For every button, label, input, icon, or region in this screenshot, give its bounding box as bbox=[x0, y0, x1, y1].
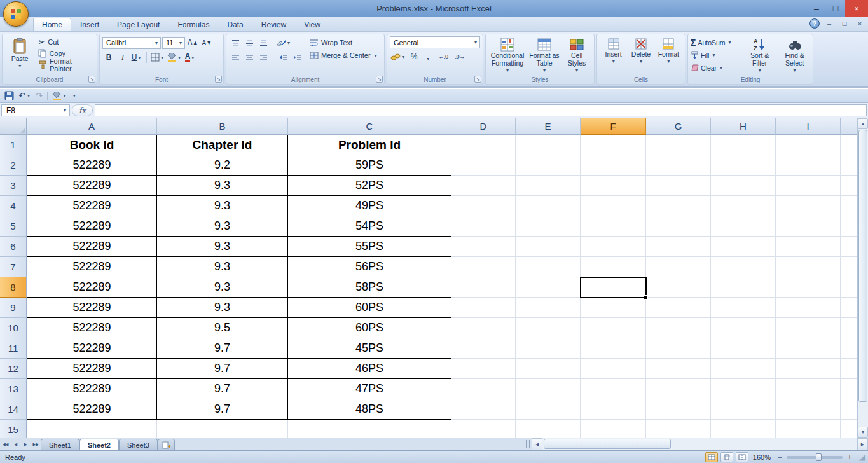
cell-B10[interactable]: 9.5 bbox=[157, 318, 288, 338]
cell-A5[interactable]: 522289 bbox=[27, 216, 157, 237]
cell-B8[interactable]: 9.3 bbox=[157, 277, 288, 298]
cell-H15[interactable] bbox=[711, 420, 776, 438]
cell-X6[interactable] bbox=[841, 237, 857, 257]
tab-data[interactable]: Data bbox=[218, 18, 252, 31]
cell-D1[interactable] bbox=[451, 135, 516, 155]
font-dialog-launcher[interactable]: ↘ bbox=[215, 76, 222, 83]
cell-E6[interactable] bbox=[516, 237, 581, 257]
cell-F13[interactable] bbox=[581, 379, 646, 399]
cell-C10[interactable]: 60PS bbox=[288, 318, 451, 338]
fill-button[interactable]: Fill ▾ bbox=[691, 49, 740, 61]
save-button[interactable] bbox=[4, 90, 14, 102]
office-button[interactable] bbox=[3, 1, 29, 27]
row-header-7[interactable]: 7 bbox=[0, 257, 27, 277]
insert-worksheet-button[interactable] bbox=[158, 439, 175, 450]
cell-A3[interactable]: 522289 bbox=[27, 176, 157, 196]
sheet-tab-sheet2[interactable]: Sheet2 bbox=[79, 439, 119, 450]
cell-X5[interactable] bbox=[841, 216, 857, 237]
cell-C15[interactable] bbox=[288, 420, 451, 438]
cell-F7[interactable] bbox=[581, 257, 646, 277]
find-select-button[interactable]: Find & Select ▾ bbox=[779, 36, 810, 76]
cell-E13[interactable] bbox=[516, 379, 581, 399]
cell-I12[interactable] bbox=[776, 359, 841, 379]
cell-F3[interactable] bbox=[581, 176, 646, 196]
cell-D4[interactable] bbox=[451, 196, 516, 216]
cell-I3[interactable] bbox=[776, 176, 841, 196]
cell-H3[interactable] bbox=[711, 176, 776, 196]
column-header-C[interactable]: C bbox=[288, 118, 451, 135]
increase-indent-button[interactable] bbox=[291, 51, 303, 64]
previous-sheet-button[interactable]: ◀ bbox=[10, 438, 20, 450]
cell-X15[interactable] bbox=[841, 420, 857, 438]
cell-D7[interactable] bbox=[451, 257, 516, 277]
zoom-in-button[interactable]: + bbox=[845, 453, 854, 462]
cell-F12[interactable] bbox=[581, 359, 646, 379]
cell-I14[interactable] bbox=[776, 399, 841, 420]
cell-G13[interactable] bbox=[646, 379, 711, 399]
cell-G1[interactable] bbox=[646, 135, 711, 155]
fill-color-button[interactable]: ▾ bbox=[167, 51, 183, 64]
merge-center-button[interactable]: Merge & Center ▾ bbox=[308, 49, 378, 62]
cell-F4[interactable] bbox=[581, 196, 646, 216]
font-size-select[interactable]: 11 ▾ bbox=[162, 37, 185, 49]
cell-B9[interactable]: 9.3 bbox=[157, 298, 288, 318]
cell-E5[interactable] bbox=[516, 216, 581, 237]
cell-G4[interactable] bbox=[646, 196, 711, 216]
number-dialog-launcher[interactable]: ↘ bbox=[474, 76, 481, 83]
vertical-scrollbar[interactable]: ▲ ▼ bbox=[857, 118, 868, 438]
orientation-button[interactable]: ab ▾ bbox=[277, 36, 292, 49]
cell-X10[interactable] bbox=[841, 318, 857, 338]
next-sheet-button[interactable]: ▶ bbox=[20, 438, 31, 450]
cell-B12[interactable]: 9.7 bbox=[157, 359, 288, 379]
borders-button[interactable]: ▾ bbox=[150, 51, 165, 64]
column-header-B[interactable]: B bbox=[157, 118, 288, 135]
cell-C6[interactable]: 55PS bbox=[288, 237, 451, 257]
cell-A1[interactable]: Book Id bbox=[27, 135, 157, 155]
cell-B15[interactable] bbox=[157, 420, 288, 438]
underline-button[interactable]: U ▾ bbox=[130, 51, 143, 64]
cell-G10[interactable] bbox=[646, 318, 711, 338]
cell-X9[interactable] bbox=[841, 298, 857, 318]
cell-H14[interactable] bbox=[711, 399, 776, 420]
row-header-2[interactable]: 2 bbox=[0, 155, 27, 176]
scroll-down-button[interactable]: ▼ bbox=[858, 427, 868, 438]
cell-E14[interactable] bbox=[516, 399, 581, 420]
cell-H4[interactable] bbox=[711, 196, 776, 216]
cell-F11[interactable] bbox=[581, 338, 646, 359]
help-button[interactable]: ? bbox=[809, 18, 820, 29]
row-header-12[interactable]: 12 bbox=[0, 359, 27, 379]
cell-I2[interactable] bbox=[776, 155, 841, 176]
tab-view[interactable]: View bbox=[295, 18, 329, 31]
accounting-format-button[interactable]: ▾ bbox=[390, 50, 406, 63]
cell-I1[interactable] bbox=[776, 135, 841, 155]
column-header-I[interactable]: I bbox=[776, 118, 841, 135]
cell-H12[interactable] bbox=[711, 359, 776, 379]
workbook-close-button[interactable]: × bbox=[854, 18, 865, 29]
row-header-8[interactable]: 8 bbox=[0, 277, 27, 298]
workbook-minimize-button[interactable]: – bbox=[823, 18, 835, 29]
cell-A15[interactable] bbox=[27, 420, 157, 438]
shrink-font-button[interactable]: A▼ bbox=[200, 36, 213, 49]
cell-D14[interactable] bbox=[451, 399, 516, 420]
window-close-button[interactable]: × bbox=[845, 0, 868, 17]
cell-H13[interactable] bbox=[711, 379, 776, 399]
number-format-select[interactable]: General ▾ bbox=[390, 36, 480, 48]
top-align-button[interactable] bbox=[229, 36, 242, 49]
cell-E10[interactable] bbox=[516, 318, 581, 338]
font-name-select[interactable]: Calibri ▾ bbox=[102, 37, 161, 49]
cell-C13[interactable]: 47PS bbox=[288, 379, 451, 399]
row-header-4[interactable]: 4 bbox=[0, 196, 27, 216]
row-header-10[interactable]: 10 bbox=[0, 318, 27, 338]
cell-G3[interactable] bbox=[646, 176, 711, 196]
format-painter-button[interactable]: Format Painter bbox=[37, 59, 94, 71]
cell-I13[interactable] bbox=[776, 379, 841, 399]
cell-C14[interactable]: 48PS bbox=[288, 399, 451, 420]
cell-C9[interactable]: 60PS bbox=[288, 298, 451, 318]
format-cells-button[interactable]: Format ▾ bbox=[655, 36, 682, 76]
bottom-align-button[interactable] bbox=[257, 36, 270, 49]
zoom-out-button[interactable]: − bbox=[775, 453, 784, 462]
cell-D8[interactable] bbox=[451, 277, 516, 298]
cell-E8[interactable] bbox=[516, 277, 581, 298]
tab-page-layout[interactable]: Page Layout bbox=[108, 18, 169, 31]
cell-B7[interactable]: 9.3 bbox=[157, 257, 288, 277]
